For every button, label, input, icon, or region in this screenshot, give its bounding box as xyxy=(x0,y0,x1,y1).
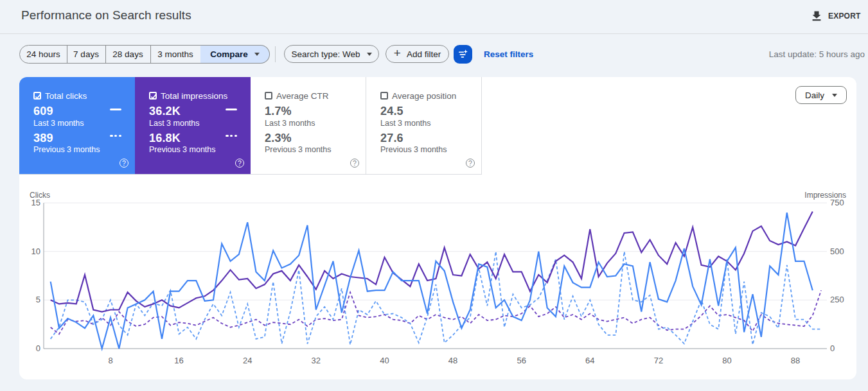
svg-text:16: 16 xyxy=(174,356,183,365)
svg-text:56: 56 xyxy=(517,356,526,365)
svg-text:48: 48 xyxy=(448,356,457,365)
svg-text:0: 0 xyxy=(830,343,835,353)
svg-text:500: 500 xyxy=(830,247,844,256)
svg-text:10: 10 xyxy=(31,247,40,256)
svg-text:250: 250 xyxy=(830,295,844,304)
svg-text:32: 32 xyxy=(312,356,321,365)
svg-text:72: 72 xyxy=(654,356,663,365)
svg-text:8: 8 xyxy=(108,356,112,365)
svg-text:80: 80 xyxy=(722,356,731,365)
svg-text:0: 0 xyxy=(36,343,40,353)
svg-text:88: 88 xyxy=(791,356,800,365)
svg-text:750: 750 xyxy=(830,198,844,207)
svg-text:15: 15 xyxy=(31,198,40,207)
svg-text:64: 64 xyxy=(585,356,594,365)
svg-text:24: 24 xyxy=(243,356,252,365)
svg-text:5: 5 xyxy=(36,295,40,304)
svg-text:40: 40 xyxy=(380,356,389,365)
